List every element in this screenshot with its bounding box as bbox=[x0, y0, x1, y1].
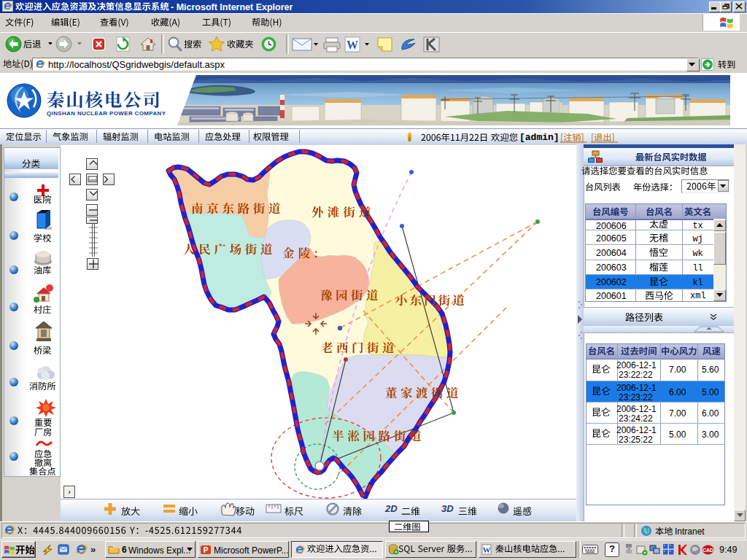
svg-text:P: P bbox=[204, 546, 209, 554]
svg-text:CAD: CAD bbox=[703, 548, 713, 553]
svg-text:W: W bbox=[483, 545, 491, 554]
